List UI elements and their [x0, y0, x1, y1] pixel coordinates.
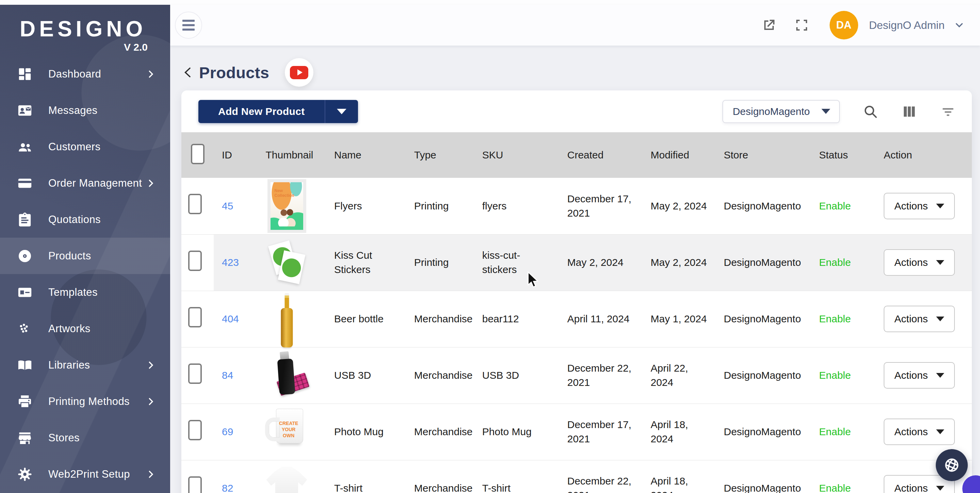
product-type: Printing	[406, 234, 474, 291]
sidebar-item-quotations[interactable]: Quotations	[0, 201, 170, 238]
product-modified: April 22, 2024	[643, 347, 716, 404]
thumbnail-text: CREATE YOUR OWN	[279, 420, 298, 439]
youtube-icon	[290, 66, 308, 79]
product-thumbnail	[259, 462, 314, 493]
sidebar-item-label: Stores	[48, 432, 156, 444]
sidebar-item-templates[interactable]: Templates	[0, 274, 170, 311]
sidebar: DESIGNO V 2.0 Dashboard Messages Custome…	[0, 5, 170, 493]
product-id-link[interactable]: 84	[222, 369, 233, 381]
product-created: May 2, 2024	[559, 234, 643, 291]
sidebar-item-printing-methods[interactable]: Printing Methods	[0, 383, 170, 420]
row-checkbox[interactable]	[188, 476, 202, 493]
product-created: December 17, 2021	[559, 178, 643, 234]
row-checkbox[interactable]	[188, 194, 202, 214]
product-thumbnail	[259, 349, 314, 402]
actions-button[interactable]: Actions	[884, 418, 955, 445]
sidebar-item-label: Messages	[48, 105, 156, 117]
filter-icon[interactable]	[940, 103, 956, 120]
add-new-product-button[interactable]: Add New Product	[198, 100, 358, 123]
columns-icon[interactable]	[901, 103, 917, 120]
column-header-action: Action	[875, 132, 972, 178]
page-title: Products	[199, 63, 269, 82]
actions-button[interactable]: Actions	[884, 193, 955, 219]
external-link-icon[interactable]	[761, 17, 777, 33]
card-toolbar: Add New Product DesignoMagento	[181, 90, 972, 132]
chevron-right-icon	[146, 469, 156, 479]
table-row: 84 USB 3D Merchandise USB 3D December 22…	[181, 347, 972, 404]
chevron-right-icon	[146, 360, 156, 370]
hamburger-menu-button[interactable]	[175, 11, 202, 39]
sidebar-item-products[interactable]: Products	[0, 238, 170, 274]
chevron-down-icon[interactable]	[953, 19, 965, 31]
product-modified: April 18, 2024	[643, 404, 716, 460]
product-id-link[interactable]: 423	[222, 257, 239, 268]
products-table-body: 45 New Collection Flyers Printing flyers…	[181, 178, 972, 493]
stores-icon	[16, 430, 33, 446]
product-type: Printing	[406, 178, 474, 234]
actions-button[interactable]: Actions	[884, 249, 955, 276]
product-id-link[interactable]: 82	[222, 482, 233, 493]
add-product-dropdown-toggle[interactable]	[325, 100, 358, 123]
search-icon[interactable]	[862, 103, 878, 120]
sidebar-item-order-management[interactable]: Order Management	[0, 165, 170, 201]
status-badge: Enable	[819, 200, 851, 211]
sidebar-item-stores[interactable]: Stores	[0, 420, 170, 456]
product-thumbnail: CREATE YOUR OWN	[259, 405, 314, 458]
fullscreen-icon[interactable]	[794, 17, 810, 33]
actions-button[interactable]: Actions	[884, 362, 955, 388]
product-name: Beer bottle	[326, 291, 406, 347]
product-modified: May 2, 2024	[643, 234, 716, 291]
table-row: 404 Beer bottle Merchandise bear112 Apri…	[181, 291, 972, 347]
product-sku: T-shirt	[474, 460, 559, 493]
sidebar-item-label: Customers	[48, 141, 156, 153]
product-type: Merchandise	[406, 347, 474, 404]
caret-down-icon	[936, 204, 944, 208]
store-select[interactable]: DesignoMagento	[722, 100, 840, 123]
product-id-link[interactable]: 69	[222, 426, 233, 437]
row-checkbox[interactable]	[188, 307, 202, 327]
sidebar-item-libraries[interactable]: Libraries	[0, 347, 170, 383]
quotations-icon	[16, 211, 33, 228]
column-header-store: Store	[716, 132, 811, 178]
status-badge: Enable	[819, 369, 851, 381]
sidebar-item-dashboard[interactable]: Dashboard	[0, 56, 170, 92]
row-checkbox[interactable]	[188, 363, 202, 384]
product-sku: USB 3D	[474, 347, 559, 404]
column-header-status: Status	[811, 132, 875, 178]
caret-down-icon	[936, 486, 944, 491]
printing-methods-icon	[16, 393, 33, 410]
row-checkbox[interactable]	[188, 250, 202, 271]
caret-down-icon	[936, 373, 944, 378]
sidebar-item-customers[interactable]: Customers	[0, 128, 170, 165]
product-id-link[interactable]: 404	[222, 313, 239, 324]
avatar[interactable]: DA	[830, 11, 858, 40]
product-id-link[interactable]: 45	[222, 200, 233, 211]
caret-down-icon	[936, 317, 944, 321]
store-select-value: DesignoMagento	[733, 106, 810, 117]
back-chevron-icon[interactable]	[181, 66, 195, 79]
row-checkbox[interactable]	[188, 420, 202, 440]
actions-button-label: Actions	[894, 368, 928, 382]
sidebar-item-messages[interactable]: Messages	[0, 92, 170, 128]
caret-down-icon	[936, 260, 944, 265]
select-all-checkbox[interactable]	[191, 144, 205, 164]
sidebar-item-artworks[interactable]: Artworks	[0, 311, 170, 347]
sidebar-item-label: Order Management	[48, 177, 146, 189]
products-icon	[16, 247, 33, 265]
table-row: 423 Kiss Cut Stickers Printing kiss-cut-…	[181, 234, 972, 291]
product-name: Photo Mug	[326, 404, 406, 460]
actions-button-label: Actions	[894, 425, 928, 439]
product-store: DesignoMagento	[716, 234, 811, 291]
user-menu[interactable]: DesignO Admin	[869, 19, 945, 32]
help-video-button[interactable]	[285, 58, 313, 87]
product-modified: April 18, 2024	[643, 460, 716, 493]
app-version: V 2.0	[124, 41, 148, 53]
web2print-setup-icon	[16, 466, 33, 483]
sidebar-nav: Dashboard Messages Customers Order Manag…	[0, 56, 170, 492]
status-badge: Enable	[819, 313, 851, 324]
language-globe-button[interactable]	[936, 449, 968, 481]
sidebar-item-label: Templates	[48, 286, 156, 298]
actions-button[interactable]: Actions	[884, 306, 955, 332]
sidebar-item-web2print-setup[interactable]: Web2Print Setup	[0, 456, 170, 492]
product-created: December 22, 2021	[559, 460, 643, 493]
